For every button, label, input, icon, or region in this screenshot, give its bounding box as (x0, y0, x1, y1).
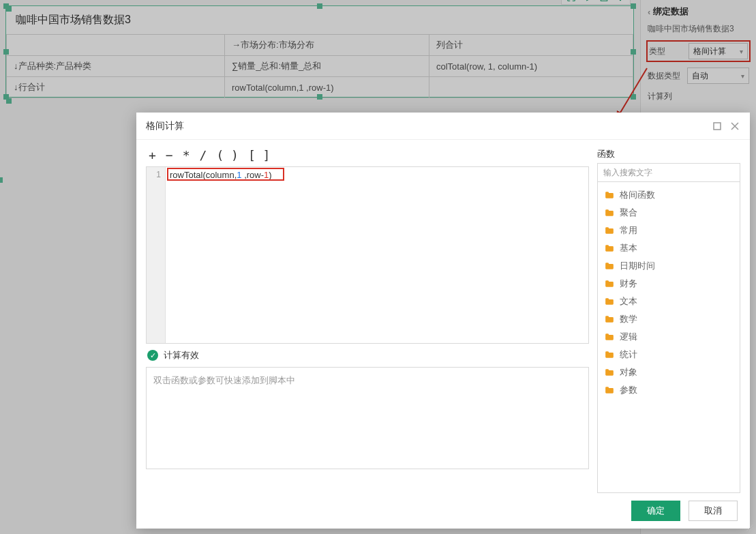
search-placeholder: 输入搜索文字 (603, 167, 652, 179)
validation-row: ✓ 计算有效 (146, 344, 589, 367)
function-category[interactable]: 文本 (598, 293, 740, 310)
cancel-button[interactable]: 取消 (689, 501, 738, 521)
line-number: 1 (147, 170, 161, 179)
function-category-label: 参数 (620, 384, 637, 396)
function-label: 函数 (597, 148, 740, 160)
function-category[interactable]: 常用 (598, 222, 740, 239)
svg-rect-4 (714, 123, 721, 130)
function-category[interactable]: 聚合 (598, 204, 740, 222)
validation-text: 计算有效 (164, 349, 199, 361)
function-category[interactable]: 数学 (598, 310, 740, 328)
function-category-label: 格间函数 (620, 189, 655, 201)
folder-icon (605, 280, 614, 288)
function-category[interactable]: 财务 (598, 275, 740, 293)
function-category[interactable]: 日期时间 (598, 257, 740, 275)
code-text: (column, (202, 170, 237, 180)
code-content[interactable]: rowTotal(column,1 ,row-1) (166, 167, 588, 343)
function-category-label: 文本 (620, 295, 637, 308)
code-editor[interactable]: 1 rowTotal(column,1 ,row-1) (146, 166, 589, 344)
operator-toolbar: + − * / ( ) [ ] (146, 148, 589, 166)
op-slash[interactable]: / (200, 148, 207, 162)
code-num: 1 (237, 170, 241, 180)
function-list: 格间函数聚合常用基本日期时间财务文本数学逻辑统计对象参数 (597, 182, 740, 493)
dialog-footer: 确定 取消 (136, 493, 750, 529)
function-category[interactable]: 统计 (598, 346, 740, 364)
folder-icon (605, 333, 614, 341)
function-category-label: 常用 (620, 224, 637, 237)
function-category-label: 财务 (620, 278, 637, 290)
help-area: 双击函数或参数可快速添加到脚本中 (146, 367, 589, 469)
folder-icon (605, 191, 614, 199)
folder-icon (605, 315, 614, 323)
function-category[interactable]: 格间函数 (598, 186, 740, 204)
op-paren[interactable]: ( ) (216, 148, 239, 162)
maximize-icon[interactable] (712, 121, 723, 132)
close-icon[interactable] (729, 121, 740, 132)
resize-grip-icon[interactable] (745, 523, 755, 533)
folder-icon (605, 386, 614, 394)
folder-icon (605, 368, 614, 376)
ok-button[interactable]: 确定 (631, 501, 680, 521)
code-text: ,row- (242, 170, 264, 180)
calc-dialog: 格间计算 + − * / ( ) [ ] 1 rowTotal(column,1… (136, 113, 750, 529)
function-category-label: 对象 (620, 366, 637, 379)
function-column: 函数 输入搜索文字 格间函数聚合常用基本日期时间财务文本数学逻辑统计对象参数 (597, 148, 740, 493)
function-category-label: 日期时间 (620, 260, 655, 272)
function-category-label: 数学 (620, 313, 637, 325)
op-plus[interactable]: + (149, 148, 156, 162)
function-category-label: 聚合 (620, 207, 637, 219)
folder-icon (605, 297, 614, 306)
folder-icon (605, 351, 614, 359)
function-category[interactable]: 参数 (598, 381, 740, 399)
op-star[interactable]: * (183, 148, 190, 162)
dialog-title: 格间计算 (146, 120, 184, 132)
folder-icon (605, 226, 614, 235)
function-category[interactable]: 对象 (598, 364, 740, 381)
code-fn: rowTotal (170, 170, 202, 180)
folder-icon (605, 262, 614, 270)
op-minus[interactable]: − (166, 148, 173, 162)
function-search[interactable]: 输入搜索文字 (597, 163, 740, 182)
function-category-label: 逻辑 (620, 331, 637, 343)
function-category[interactable]: 基本 (598, 239, 740, 257)
code-text: ) (269, 170, 271, 180)
function-category-label: 统计 (620, 348, 637, 361)
line-gutter: 1 (147, 167, 166, 343)
function-category-label: 基本 (620, 242, 637, 254)
editor-column: + − * / ( ) [ ] 1 rowTotal(column,1 ,row… (146, 148, 589, 493)
check-icon: ✓ (147, 350, 158, 361)
folder-icon (605, 244, 614, 252)
dialog-header: 格间计算 (136, 113, 750, 140)
function-category[interactable]: 逻辑 (598, 328, 740, 346)
folder-icon (605, 209, 614, 217)
op-bracket[interactable]: [ ] (248, 148, 271, 162)
